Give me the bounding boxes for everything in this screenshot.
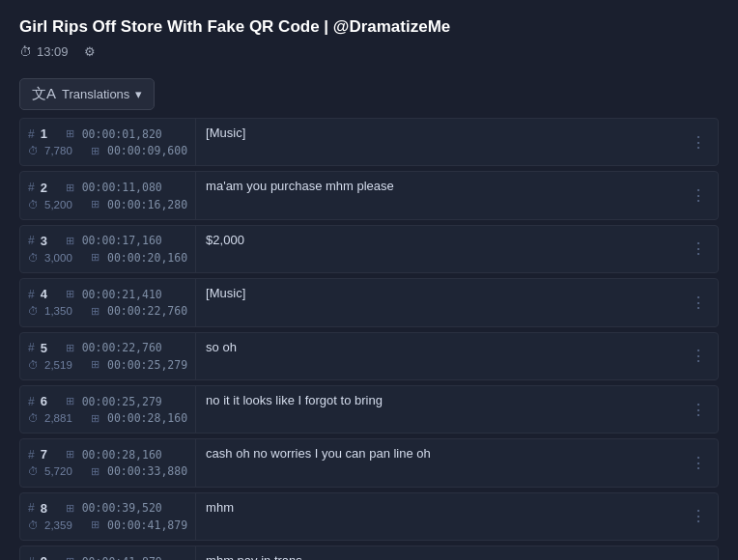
row-meta-1: # 1 ⊞ 00:00:01,820 ⏱ 7,780 ⊞ 00:00:09,60… bbox=[20, 119, 196, 165]
more-options-button[interactable]: ⋮ bbox=[687, 290, 710, 316]
expand-icon: ⊞ bbox=[66, 235, 74, 247]
translations-label: Translations bbox=[62, 87, 129, 101]
row-number: 6 bbox=[41, 394, 58, 408]
row-content-8[interactable]: mhm bbox=[196, 493, 679, 540]
time-end: 00:00:25,279 bbox=[107, 358, 187, 372]
row-content-9[interactable]: mhm pay in trans bbox=[196, 546, 679, 560]
clock-icon: ⏱ bbox=[28, 519, 39, 531]
expand-icon-2: ⊞ bbox=[91, 198, 99, 210]
more-options-button[interactable]: ⋮ bbox=[687, 503, 710, 529]
row-content-3[interactable]: $2,000 bbox=[196, 226, 679, 272]
settings-meta[interactable]: ⚙ bbox=[84, 44, 96, 59]
time-end: 00:00:16,280 bbox=[107, 198, 187, 211]
row-actions-7: ⋮ bbox=[679, 439, 718, 486]
time-start: 00:00:25,279 bbox=[82, 395, 162, 408]
subtitle-text-7[interactable]: cash oh no worries I you can pan line oh bbox=[206, 445, 669, 480]
duration-value: 5,200 bbox=[44, 199, 83, 210]
table-row: # 3 ⊞ 00:00:17,160 ⏱ 3,000 ⊞ 00:00:20,16… bbox=[19, 225, 719, 273]
subtitle-text-9[interactable]: mhm pay in trans bbox=[206, 552, 669, 560]
subtitle-list: # 1 ⊞ 00:00:01,820 ⏱ 7,780 ⊞ 00:00:09,60… bbox=[0, 118, 738, 560]
hash-icon: # bbox=[28, 127, 35, 141]
more-options-button[interactable]: ⋮ bbox=[687, 450, 710, 476]
settings-icon[interactable]: ⚙ bbox=[84, 44, 96, 59]
row-content-7[interactable]: cash oh no worries I you can pan line oh bbox=[196, 439, 679, 486]
time-start: 00:00:41,879 bbox=[82, 555, 162, 560]
row-meta-8: # 8 ⊞ 00:00:39,520 ⏱ 2,359 ⊞ 00:00:41,87… bbox=[20, 493, 196, 540]
subtitle-text-4[interactable]: [Music] bbox=[206, 285, 669, 320]
subtitle-text-6[interactable]: no it it looks like I forgot to bring bbox=[206, 392, 669, 427]
time-start: 00:00:17,160 bbox=[82, 234, 162, 247]
clock-icon: ⏱ bbox=[28, 145, 39, 156]
hash-icon: # bbox=[28, 395, 35, 408]
expand-icon-2: ⊞ bbox=[91, 305, 99, 318]
duration-value: 7,780 bbox=[44, 145, 83, 156]
subtitle-text-2[interactable]: ma'am you purchase mhm please bbox=[206, 178, 669, 212]
time-end: 00:00:22,760 bbox=[107, 304, 187, 318]
time-end: 00:00:33,880 bbox=[107, 464, 187, 478]
more-options-button[interactable]: ⋮ bbox=[687, 129, 710, 155]
hash-icon: # bbox=[28, 448, 35, 462]
toolbar: 文A Translations ▾ bbox=[0, 65, 738, 118]
more-options-button[interactable]: ⋮ bbox=[687, 182, 710, 209]
time-start: 00:00:21,410 bbox=[82, 288, 162, 301]
hash-icon: # bbox=[28, 501, 35, 515]
row-number: 7 bbox=[41, 447, 58, 462]
hash-icon: # bbox=[28, 234, 35, 247]
expand-icon: ⊞ bbox=[66, 395, 74, 407]
translate-icon: 文A bbox=[32, 85, 56, 103]
row-actions-5: ⋮ bbox=[679, 333, 718, 379]
time-end: 00:00:09,600 bbox=[107, 144, 187, 157]
row-number: 2 bbox=[41, 181, 58, 195]
subtitle-text-8[interactable]: mhm bbox=[206, 499, 669, 534]
expand-icon: ⊞ bbox=[66, 288, 74, 300]
row-actions-4: ⋮ bbox=[679, 279, 718, 325]
duration-value: 5,720 bbox=[44, 465, 83, 477]
row-actions-8: ⋮ bbox=[679, 493, 718, 540]
row-actions-3: ⋮ bbox=[679, 226, 718, 272]
time-start: 00:00:01,820 bbox=[82, 127, 162, 141]
hash-icon: # bbox=[28, 181, 35, 194]
table-row: # 2 ⊞ 00:00:11,080 ⏱ 5,200 ⊞ 00:00:16,28… bbox=[19, 171, 719, 219]
time-start: 00:00:39,520 bbox=[82, 501, 162, 515]
subtitle-text-1[interactable]: [Music] bbox=[206, 125, 669, 159]
clock-icon: ⏱ bbox=[19, 44, 32, 59]
chevron-down-icon: ▾ bbox=[135, 87, 142, 101]
row-content-2[interactable]: ma'am you purchase mhm please bbox=[196, 172, 679, 218]
table-row: # 7 ⊞ 00:00:28,160 ⏱ 5,720 ⊞ 00:00:33,88… bbox=[19, 438, 719, 487]
clock-icon: ⏱ bbox=[28, 305, 39, 317]
time-start: 00:00:22,760 bbox=[82, 341, 162, 354]
row-meta-7: # 7 ⊞ 00:00:28,160 ⏱ 5,720 ⊞ 00:00:33,88… bbox=[20, 439, 196, 486]
row-content-1[interactable]: [Music] bbox=[196, 119, 679, 165]
row-number: 9 bbox=[41, 554, 58, 560]
row-content-5[interactable]: so oh bbox=[196, 333, 679, 379]
expand-icon: ⊞ bbox=[66, 448, 74, 461]
row-content-6[interactable]: no it it looks like I forgot to bring bbox=[196, 386, 679, 433]
row-content-4[interactable]: [Music] bbox=[196, 279, 679, 325]
expand-icon: ⊞ bbox=[66, 127, 74, 140]
expand-icon-2: ⊞ bbox=[91, 465, 99, 478]
row-meta-4: # 4 ⊞ 00:00:21,410 ⏱ 1,350 ⊞ 00:00:22,76… bbox=[20, 279, 196, 325]
duration-value: 2,359 bbox=[44, 519, 83, 531]
subtitle-text-5[interactable]: so oh bbox=[206, 339, 669, 374]
subtitle-text-3[interactable]: $2,000 bbox=[206, 232, 669, 266]
expand-icon-2: ⊞ bbox=[91, 251, 99, 264]
row-number: 8 bbox=[41, 501, 58, 516]
more-options-button[interactable]: ⋮ bbox=[687, 397, 710, 423]
translations-button[interactable]: 文A Translations ▾ bbox=[19, 78, 155, 110]
clock-icon: ⏱ bbox=[28, 465, 39, 477]
more-options-button[interactable]: ⋮ bbox=[687, 343, 710, 369]
table-row: # 1 ⊞ 00:00:01,820 ⏱ 7,780 ⊞ 00:00:09,60… bbox=[19, 118, 719, 166]
time-end: 00:00:28,160 bbox=[107, 411, 187, 425]
time-end: 00:00:41,879 bbox=[107, 518, 187, 532]
hash-icon: # bbox=[28, 555, 35, 560]
duration-value: 2,519 bbox=[44, 359, 83, 371]
row-number: 3 bbox=[41, 234, 58, 248]
row-number: 5 bbox=[41, 341, 58, 355]
clock-icon: ⏱ bbox=[28, 252, 39, 264]
more-options-button[interactable]: ⋮ bbox=[687, 236, 710, 262]
row-meta-9: # 9 ⊞ 00:00:41,879 ⏱ 3,921 ⊞ 00:00:45,80… bbox=[20, 546, 196, 560]
table-row: # 4 ⊞ 00:00:21,410 ⏱ 1,350 ⊞ 00:00:22,76… bbox=[19, 278, 719, 326]
expand-icon-2: ⊞ bbox=[91, 358, 99, 371]
expand-icon: ⊞ bbox=[66, 342, 74, 354]
time-end: 00:00:20,160 bbox=[107, 251, 187, 265]
